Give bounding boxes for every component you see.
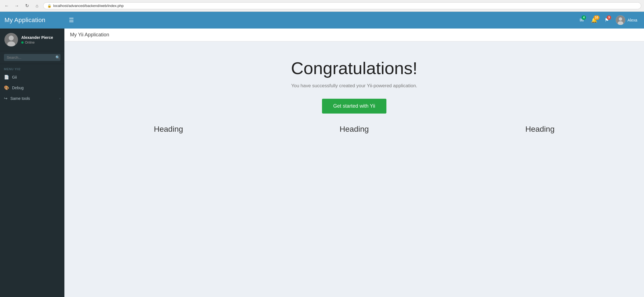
status-text: Online	[25, 41, 35, 44]
username: Alexa	[627, 18, 637, 22]
top-navbar: My Application ☰ ✉ 4 🔔 10 ⚑ 9	[0, 12, 644, 29]
mail-badge: 4	[582, 15, 586, 20]
content-header: My Yii Application	[64, 29, 644, 41]
notifications-badge: 10	[594, 15, 599, 20]
app-wrapper: My Application ☰ ✉ 4 🔔 10 ⚑ 9	[0, 12, 644, 297]
reload-button[interactable]: ↻	[23, 2, 31, 10]
notifications-button[interactable]: 🔔 10	[588, 15, 600, 25]
forward-button[interactable]: →	[13, 2, 21, 10]
get-started-button[interactable]: Get started with Yii	[322, 99, 386, 114]
sidebar-item-gii[interactable]: 📄 Gii	[0, 72, 64, 82]
debug-icon: 🎨	[4, 85, 9, 90]
sametools-icon: ↪	[4, 96, 8, 101]
congratulations-subtitle: You have successfully created your Yii-p…	[291, 83, 417, 89]
sidebar-menu-label: Menu Yii2	[0, 64, 64, 72]
svg-point-1	[619, 17, 622, 21]
flags-button[interactable]: ⚑ 9	[602, 15, 612, 25]
address-text: localhost/advanced/backend/web/index.php	[53, 4, 124, 8]
browser-chrome: ← → ↻ ⌂ 🔒 localhost/advanced/backend/web…	[0, 0, 644, 12]
search-icon: 🔍	[55, 55, 60, 60]
heading-col-2: Heading	[261, 125, 447, 134]
chevron-left-icon: ‹	[59, 97, 60, 100]
content-area: My Yii Application Congratulations! You …	[64, 29, 644, 297]
congratulations-heading: Congratulations!	[291, 58, 417, 78]
search-input[interactable]	[7, 55, 54, 60]
lock-icon: 🔒	[47, 4, 52, 8]
sidebar-search-inner: 🔍	[4, 54, 60, 61]
avatar	[616, 15, 625, 25]
sidebar-item-sametools[interactable]: ↪ Same tools ‹	[0, 93, 64, 104]
status-dot	[21, 41, 24, 44]
sidebar-user-panel: Alexander Pierce Online	[0, 29, 64, 51]
address-bar[interactable]: 🔒 localhost/advanced/backend/web/index.p…	[43, 2, 641, 9]
content-body: Congratulations! You have successfully c…	[64, 41, 644, 145]
home-button[interactable]: ⌂	[33, 2, 41, 10]
sidebar-toggle-button[interactable]: ☰	[66, 16, 77, 25]
back-button[interactable]: ←	[3, 2, 11, 10]
sidebar-avatar	[4, 33, 18, 46]
mail-button[interactable]: ✉ 4	[577, 15, 587, 25]
navbar-icons: ✉ 4 🔔 10 ⚑ 9	[577, 14, 640, 26]
main-area: Alexander Pierce Online 🔍 Menu Yii2 📄	[0, 29, 644, 297]
bottom-headings: Heading Heading Heading	[70, 114, 638, 134]
flags-badge: 9	[607, 15, 611, 20]
sidebar-item-label: Debug	[12, 86, 60, 90]
gii-icon: 📄	[4, 75, 9, 80]
sidebar-user-info: Alexander Pierce Online	[21, 35, 53, 44]
sidebar-item-label: Same tools	[10, 96, 57, 101]
sidebar-user-status: Online	[21, 41, 53, 44]
user-menu[interactable]: Alexa	[613, 14, 640, 26]
sidebar-search: 🔍	[0, 51, 64, 64]
sidebar-item-debug[interactable]: 🎨 Debug	[0, 82, 64, 93]
svg-point-4	[9, 36, 14, 41]
heading-col-1: Heading	[76, 125, 261, 134]
sidebar-item-label: Gii	[12, 75, 60, 79]
navbar-brand: My Application	[4, 16, 66, 24]
heading-col-3: Heading	[447, 125, 633, 134]
sidebar: Alexander Pierce Online 🔍 Menu Yii2 📄	[0, 29, 64, 297]
sidebar-user-name: Alexander Pierce	[21, 35, 53, 40]
